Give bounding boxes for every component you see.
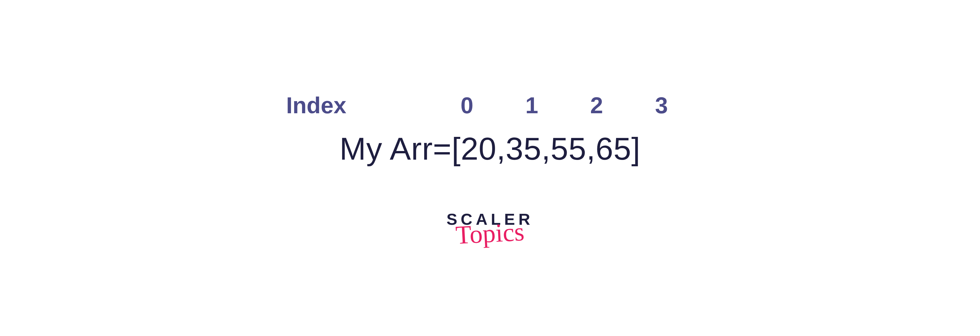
array-sep-1: ,: [541, 130, 550, 167]
array-value-1: 35: [506, 130, 541, 167]
scaler-topics-logo: SCALER Topics: [446, 213, 533, 244]
array-value-3: 65: [596, 130, 632, 167]
array-row: My Arr = [ 20 , 35 , 55 , 65 ]: [339, 130, 640, 167]
array-indexing-diagram: Index 0 1 2 3 My Arr = [ 20 , 35 , 55 , …: [286, 92, 694, 244]
array-equals: =: [433, 130, 452, 167]
array-name: My Arr: [339, 130, 433, 167]
index-0: 0: [434, 92, 500, 119]
index-label: Index: [286, 92, 434, 119]
array-value-0: 20: [461, 130, 496, 167]
index-2: 2: [564, 92, 629, 119]
array-bracket-close: ]: [632, 130, 641, 167]
index-1: 1: [500, 92, 564, 119]
array-sep-2: ,: [586, 130, 596, 167]
index-3: 3: [629, 92, 694, 119]
array-sep-0: ,: [496, 130, 506, 167]
index-row: Index 0 1 2 3: [286, 92, 694, 119]
array-bracket-open: [: [452, 130, 461, 167]
index-numbers: 0 1 2 3: [434, 92, 694, 119]
logo-topics-text: Topics: [455, 221, 525, 245]
array-value-2: 55: [550, 130, 586, 167]
